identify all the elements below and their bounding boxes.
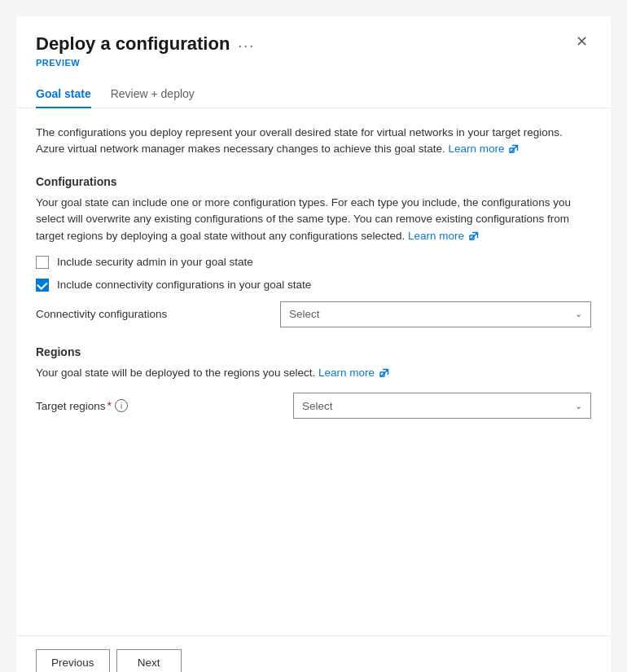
panel-title: Deploy a configuration (36, 33, 230, 56)
tab-goal-state[interactable]: Goal state (36, 81, 91, 108)
external-link-icon (509, 144, 519, 154)
panel-body: The configurations you deploy represent … (16, 108, 611, 635)
info-icon[interactable]: i (115, 399, 128, 412)
preview-badge: PREVIEW (36, 58, 255, 68)
configurations-external-link-icon (469, 231, 479, 241)
required-star: * (107, 399, 112, 412)
regions-description: Your goal state will be deployed to the … (36, 365, 591, 381)
target-regions-chevron-icon: ⌄ (575, 401, 582, 411)
connectivity-checkbox-row: Include connectivity configurations in y… (36, 279, 591, 292)
configurations-learn-more-link[interactable]: Learn more (408, 230, 479, 242)
connectivity-label[interactable]: Include connectivity configurations in y… (57, 279, 311, 291)
target-regions-placeholder: Select (302, 400, 333, 412)
chevron-down-icon: ⌄ (575, 309, 582, 319)
tabs-bar: Goal state Review + deploy (16, 71, 611, 108)
target-regions-label: Target regions (36, 400, 106, 412)
previous-button[interactable]: Previous (36, 649, 110, 672)
panel-footer: Previous Next (16, 636, 611, 672)
intro-learn-more-link[interactable]: Learn more (449, 143, 520, 155)
next-button[interactable]: Next (116, 649, 182, 672)
target-regions-label-group: Target regions * i (36, 399, 280, 412)
security-admin-label[interactable]: Include security admin in your goal stat… (57, 256, 253, 268)
connectivity-config-label: Connectivity configurations (36, 308, 280, 320)
security-admin-checkbox[interactable] (36, 256, 49, 269)
connectivity-config-placeholder: Select (289, 308, 320, 320)
panel-header: Deploy a configuration ··· PREVIEW ✕ (16, 16, 611, 68)
target-regions-row: Target regions * i Select ⌄ (36, 393, 591, 419)
target-regions-dropdown[interactable]: Select ⌄ (293, 393, 591, 419)
configurations-section-title: Configurations (36, 175, 591, 188)
security-admin-checkbox-row: Include security admin in your goal stat… (36, 256, 591, 269)
configurations-description: Your goal state can include one or more … (36, 195, 591, 244)
more-options-icon[interactable]: ··· (238, 35, 255, 53)
intro-text: The configurations you deploy represent … (36, 125, 591, 158)
connectivity-checkbox[interactable] (36, 279, 49, 292)
close-button[interactable]: ✕ (572, 29, 591, 54)
tab-review-deploy[interactable]: Review + deploy (111, 81, 195, 108)
regions-section-title: Regions (36, 345, 591, 358)
deploy-panel: Deploy a configuration ··· PREVIEW ✕ Goa… (16, 16, 611, 672)
regions-external-link-icon (379, 368, 389, 378)
regions-learn-more-link[interactable]: Learn more (318, 367, 389, 379)
title-group: Deploy a configuration ··· PREVIEW (36, 33, 255, 68)
connectivity-config-dropdown[interactable]: Select ⌄ (280, 301, 591, 327)
connectivity-config-row: Connectivity configurations Select ⌄ (36, 301, 591, 327)
